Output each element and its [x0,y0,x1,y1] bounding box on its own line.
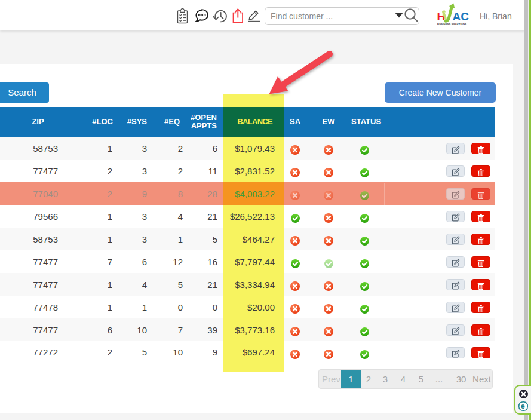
svg-text:e: e [521,402,525,410]
svg-text:BUSINESS SOLUTIONS: BUSINESS SOLUTIONS [437,23,466,26]
svg-text:AC: AC [453,10,469,23]
